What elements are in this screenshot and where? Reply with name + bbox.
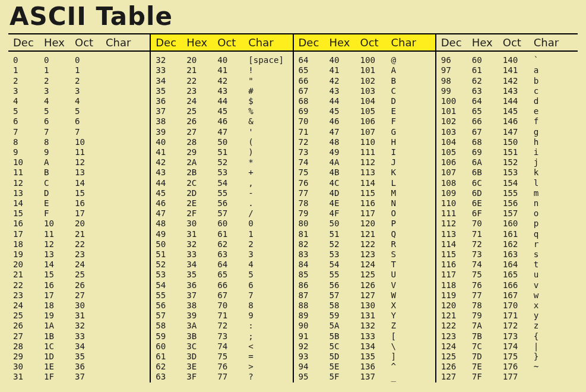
cell-dec: 75 <box>294 167 330 178</box>
cell-oct: 45 <box>217 106 248 116</box>
cell-oct: 25 <box>75 270 106 280</box>
cell-oct: 133 <box>360 331 391 342</box>
cell-char: | <box>534 342 577 352</box>
cell-char: " <box>248 76 291 86</box>
cell-dec: 26 <box>8 321 44 331</box>
cell-dec: 7 <box>8 127 44 137</box>
table-row: 10266146f <box>436 116 578 127</box>
table-row: 623E76> <box>151 362 292 372</box>
cell-char: z <box>534 321 577 331</box>
cell-hex: 3C <box>186 342 217 352</box>
cell-dec: 83 <box>294 249 330 260</box>
cell-oct: 51 <box>217 147 248 157</box>
cell-dec: 79 <box>294 208 330 219</box>
cell-char: G <box>391 127 434 137</box>
table-row: 1076B153k <box>436 167 578 178</box>
cell-dec: 15 <box>8 208 44 219</box>
cell-char: f <box>534 116 577 127</box>
cell-hex: E <box>44 198 75 208</box>
cell-oct: 164 <box>503 260 534 270</box>
table-row: 261A32 <box>8 321 150 331</box>
table-row: 633F77? <box>151 372 292 382</box>
header-dec: Dec <box>8 36 44 49</box>
cell-hex: 28 <box>186 137 217 147</box>
table-row: 281C34 <box>8 342 150 352</box>
table-row: 311F37 <box>8 372 150 382</box>
cell-oct: 42 <box>217 76 248 86</box>
cell-dec: 5 <box>8 106 44 116</box>
table-row: 8353123S <box>294 249 435 260</box>
table-row: 352343# <box>151 86 292 96</box>
table-row: 9660140` <box>436 55 578 65</box>
cell-char: K <box>391 167 434 178</box>
cell-char: + <box>248 167 291 178</box>
cell-hex: 2E <box>186 198 217 208</box>
cell-dec: 31 <box>8 372 44 382</box>
cell-hex: 2C <box>186 178 217 188</box>
cell-oct: 177 <box>503 372 534 382</box>
cell-dec: 13 <box>8 188 44 198</box>
table-row: 301E36 <box>8 362 150 372</box>
cell-dec: 87 <box>294 290 330 301</box>
table-row: 6844104D <box>294 96 435 106</box>
cell-hex: 3F <box>186 372 217 382</box>
cell-oct: 74 <box>217 342 248 352</box>
table-row: 11674164t <box>436 260 578 270</box>
table-row: 14E16 <box>8 198 150 208</box>
cell-hex: 4A <box>330 157 360 167</box>
table-row: 322040[space] <box>151 55 292 65</box>
table-row: 5436666 <box>151 280 292 290</box>
cell-char: D <box>391 96 434 106</box>
cell-dec: 112 <box>436 219 472 229</box>
cell-oct: 35 <box>75 352 106 362</box>
table-row: 291D35 <box>8 352 150 362</box>
cell-oct: 24 <box>75 260 106 270</box>
cell-dec: 80 <box>294 219 330 229</box>
table-row: 1237B173{ <box>436 331 578 342</box>
cell-dec: 28 <box>8 342 44 352</box>
cell-char <box>106 55 148 65</box>
cell-dec: 125 <box>436 352 472 362</box>
cell-char: L <box>391 178 434 188</box>
cell-dec: 98 <box>436 76 472 86</box>
table-row: 1086C154l <box>436 178 578 188</box>
cell-oct: 67 <box>217 290 248 301</box>
table-row: 241830 <box>8 301 150 311</box>
cell-hex: 51 <box>330 229 360 239</box>
cell-oct: 72 <box>217 321 248 331</box>
cell-char: = <box>248 352 291 362</box>
cell-oct: 163 <box>503 249 534 260</box>
table-row: 774D115M <box>294 188 435 198</box>
cell-dec: 27 <box>8 331 44 342</box>
cell-char: y <box>534 311 577 321</box>
table-row: 7147107G <box>294 127 435 137</box>
cell-hex: 60 <box>472 55 503 65</box>
cell-dec: 61 <box>151 352 186 362</box>
cell-hex: 30 <box>186 219 217 229</box>
cell-hex: 4E <box>330 198 360 208</box>
cell-char: Q <box>391 229 434 239</box>
cell-hex: 13 <box>44 249 75 260</box>
cell-oct: 150 <box>503 137 534 147</box>
cell-dec: 19 <box>8 249 44 260</box>
cell-dec: 63 <box>151 372 186 382</box>
header-char: Char <box>106 36 148 49</box>
cell-char: r <box>534 239 577 249</box>
cell-hex: 55 <box>330 270 360 280</box>
cell-hex: 61 <box>472 65 503 75</box>
table-row: 15F17 <box>8 208 150 219</box>
cell-oct: 73 <box>217 331 248 342</box>
cell-hex: 9 <box>44 147 75 157</box>
cell-dec: 22 <box>8 280 44 290</box>
table-row: 5234644 <box>151 260 292 270</box>
cell-dec: 88 <box>294 301 330 311</box>
cell-dec: 118 <box>436 280 472 290</box>
cell-oct: 26 <box>75 280 106 290</box>
cell-dec: 55 <box>151 290 186 301</box>
cell-dec: 64 <box>294 55 330 65</box>
cell-dec: 68 <box>294 96 330 106</box>
table-row: 8555125U <box>294 270 435 280</box>
cell-char: J <box>391 157 434 167</box>
cell-char: ! <box>248 65 291 75</box>
cell-char <box>106 331 148 342</box>
